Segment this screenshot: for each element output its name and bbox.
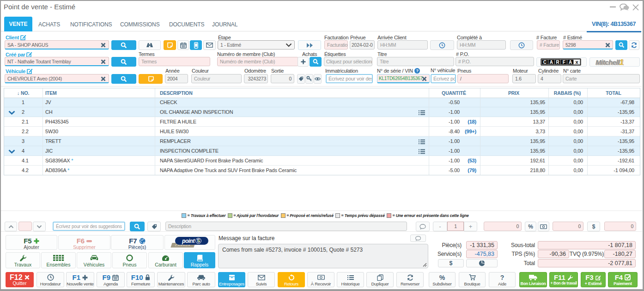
- svg-text:?: ?: [416, 68, 418, 73]
